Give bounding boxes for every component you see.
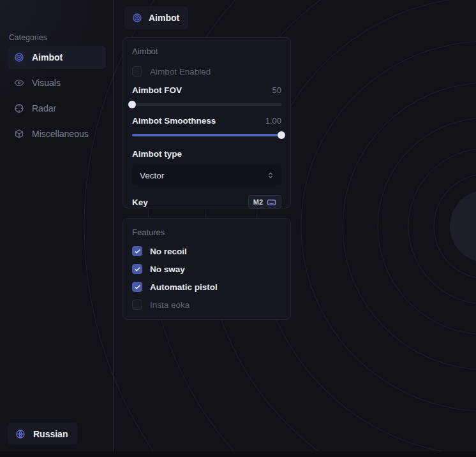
smoothness-label: Aimbot Smoothness: [132, 116, 216, 126]
globe-icon: [15, 429, 26, 439]
slider-fill: [132, 134, 281, 136]
aimbot-panel: Aimbot Aimbot Enabled Aimbot FOV 50 Aimb…: [123, 37, 291, 208]
category-nav: Aimbot Visuals Radar Miscellaneous: [8, 46, 106, 148]
smoothness-label-row: Aimbot Smoothness 1.00: [132, 116, 281, 126]
keyboard-icon: [267, 198, 276, 207]
aimbot-type-label: Aimbot type: [132, 149, 182, 159]
slider-thumb[interactable]: [128, 101, 136, 108]
slider-thumb[interactable]: [278, 131, 285, 139]
sidebar-item-label: Miscellaneous: [32, 129, 89, 139]
target-icon: [132, 13, 142, 23]
sidebar-item-visuals[interactable]: Visuals: [8, 71, 106, 94]
aimbot-enabled-checkbox[interactable]: [132, 66, 142, 76]
language-button[interactable]: Russian: [8, 423, 78, 445]
feature-label: No recoil: [150, 247, 187, 256]
check-icon: [134, 266, 141, 273]
tab-aimbot[interactable]: Aimbot: [124, 6, 188, 29]
eye-icon: [14, 78, 24, 88]
keybind-value: M2: [253, 198, 263, 206]
feature-row-insta-eoka: Insta eoka: [132, 300, 281, 310]
sidebar-item-label: Radar: [32, 103, 56, 113]
sidebar-item-aimbot[interactable]: Aimbot: [8, 46, 106, 69]
aimbot-type-row: Aimbot type Vector: [132, 148, 281, 185]
no-recoil-checkbox[interactable]: [132, 246, 142, 256]
sidebar-item-label: Aimbot: [32, 52, 63, 62]
panel-title: Features: [132, 228, 281, 237]
aimbot-type-select[interactable]: Vector: [132, 165, 281, 185]
check-icon: [134, 284, 141, 291]
tab-label: Aimbot: [149, 13, 179, 23]
key-label: Key: [132, 198, 148, 207]
feature-label: No sway: [150, 265, 185, 274]
aimbot-enabled-label: Aimbot Enabled: [150, 67, 211, 76]
smoothness-value: 1.00: [265, 116, 281, 126]
cube-icon: [14, 129, 24, 139]
radar-icon: [14, 103, 24, 113]
fov-label-row: Aimbot FOV 50: [132, 85, 281, 95]
target-icon: [14, 52, 24, 62]
key-row: Key M2: [132, 195, 281, 209]
features-panel: Features No recoil No sway Automatic pis…: [123, 218, 291, 320]
feature-row-no-recoil: No recoil: [132, 246, 281, 256]
fov-value: 50: [272, 85, 281, 95]
sidebar-item-radar[interactable]: Radar: [8, 97, 106, 120]
feature-label: Automatic pistol: [150, 282, 218, 292]
fov-slider[interactable]: [132, 101, 281, 108]
chevron-up-down-icon: [266, 171, 275, 180]
sidebar-item-miscellaneous[interactable]: Miscellaneous: [8, 122, 106, 145]
no-sway-checkbox[interactable]: [132, 264, 142, 274]
automatic-pistol-checkbox[interactable]: [132, 282, 142, 292]
sidebar-item-label: Visuals: [32, 78, 61, 88]
feature-list: No recoil No sway Automatic pistol Insta…: [132, 246, 281, 310]
insta-eoka-checkbox[interactable]: [132, 300, 142, 310]
sidebar: Categories Aimbot Visuals Radar: [0, 0, 114, 457]
smoothness-slider[interactable]: [132, 131, 281, 139]
window-bottom-edge: [0, 451, 476, 457]
slider-track: [132, 103, 281, 106]
aimbot-enabled-row: Aimbot Enabled: [132, 66, 281, 76]
fov-label: Aimbot FOV: [132, 85, 182, 95]
aimbot-type-selected: Vector: [140, 171, 164, 180]
app-window: Categories Aimbot Visuals Radar: [0, 0, 476, 457]
categories-heading: Categories: [9, 33, 47, 42]
check-icon: [134, 248, 141, 255]
language-button-label: Russian: [33, 429, 68, 439]
keybind-button[interactable]: M2: [248, 195, 281, 209]
feature-row-no-sway: No sway: [132, 264, 281, 274]
panel-title: Aimbot: [132, 47, 281, 56]
feature-row-automatic-pistol: Automatic pistol: [132, 282, 281, 292]
feature-label: Insta eoka: [150, 300, 190, 310]
